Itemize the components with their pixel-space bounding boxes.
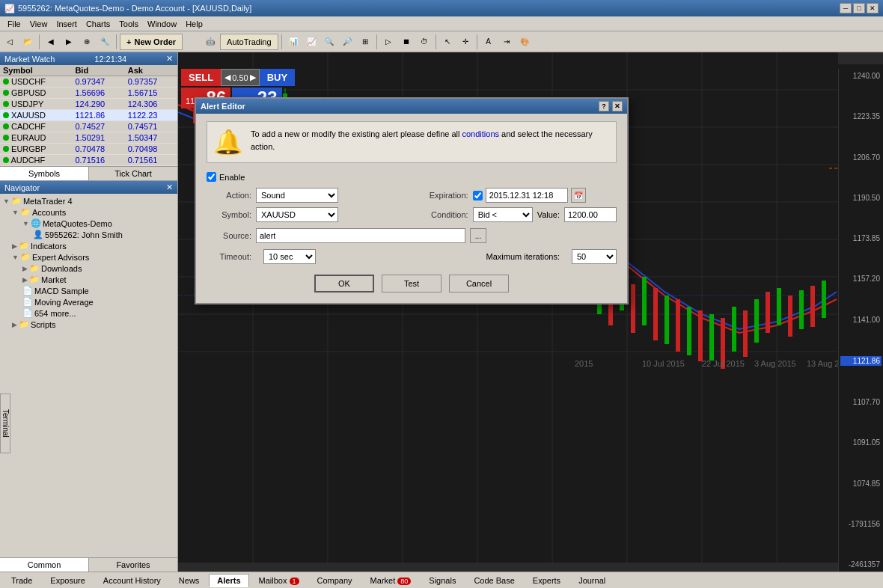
max-iter-label: Maximum iterations: bbox=[486, 252, 560, 261]
test-button[interactable]: Test bbox=[382, 275, 442, 293]
cancel-button[interactable]: Cancel bbox=[449, 275, 509, 293]
symbol-label: Symbol: bbox=[207, 210, 251, 219]
alert-dialog-overlay: Alert Editor ? ✕ 🔔 To add a new or modif… bbox=[0, 0, 883, 588]
dialog-body: 🔔 To add a new or modify the existing al… bbox=[196, 114, 627, 303]
enable-label[interactable]: Enable bbox=[207, 172, 617, 182]
symbol-row: Symbol: XAUUSD EURUSD bbox=[207, 207, 404, 222]
dialog-info: 🔔 To add a new or modify the existing al… bbox=[207, 121, 617, 163]
symbol-select[interactable]: XAUUSD EURUSD bbox=[256, 207, 338, 222]
max-iter-select[interactable]: 50 100 bbox=[572, 249, 617, 264]
action-label: Action: bbox=[207, 191, 251, 200]
dialog-title: Alert Editor bbox=[201, 102, 245, 111]
dialog-info-text: To add a new or modify the existing aler… bbox=[251, 128, 610, 153]
dialog-form: Action: Sound Alert Email Expiration: 📅 bbox=[207, 188, 617, 264]
bell-icon: 🔔 bbox=[213, 128, 243, 156]
dialog-titlebar: Alert Editor ? ✕ bbox=[196, 99, 627, 114]
action-row: Action: Sound Alert Email bbox=[207, 188, 404, 203]
source-browse-button[interactable]: ... bbox=[470, 228, 486, 243]
dialog-buttons: OK Test Cancel bbox=[207, 275, 617, 295]
value-input[interactable] bbox=[564, 207, 617, 222]
ok-button[interactable]: OK bbox=[314, 275, 374, 293]
action-select[interactable]: Sound Alert Email bbox=[256, 188, 338, 203]
conditions-highlight: conditions bbox=[462, 129, 500, 138]
source-input[interactable] bbox=[256, 228, 465, 243]
enable-text: Enable bbox=[219, 173, 245, 182]
expiration-row: Expiration: 📅 bbox=[416, 188, 617, 203]
source-label: Source: bbox=[207, 231, 251, 240]
dialog-close-button[interactable]: ✕ bbox=[612, 101, 623, 111]
expiration-label: Expiration: bbox=[416, 191, 468, 200]
dialog-title-controls: ? ✕ bbox=[599, 101, 623, 111]
enable-row: Enable bbox=[207, 172, 617, 182]
timeout-label: Timeout: bbox=[207, 252, 251, 261]
expiry-checkbox-group: 📅 bbox=[473, 188, 586, 203]
expiration-input[interactable] bbox=[486, 188, 568, 203]
source-row: Source: ... bbox=[207, 228, 617, 243]
timeout-select[interactable]: 10 sec 30 sec 1 min bbox=[263, 249, 316, 264]
enable-checkbox[interactable] bbox=[207, 172, 216, 182]
value-label: Value: bbox=[537, 210, 560, 219]
alert-dialog: Alert Editor ? ✕ 🔔 To add a new or modif… bbox=[195, 97, 629, 304]
condition-value-row: Condition: Bid < Bid > Ask < Value: bbox=[416, 207, 617, 222]
dialog-help-button[interactable]: ? bbox=[599, 101, 609, 111]
calendar-button[interactable]: 📅 bbox=[571, 188, 586, 203]
condition-label: Condition: bbox=[416, 210, 468, 219]
condition-select[interactable]: Bid < Bid > Ask < bbox=[473, 207, 533, 222]
expiration-checkbox[interactable] bbox=[473, 191, 483, 200]
timeout-maxiter-row: Timeout: 10 sec 30 sec 1 min Maximum ite… bbox=[207, 249, 617, 264]
